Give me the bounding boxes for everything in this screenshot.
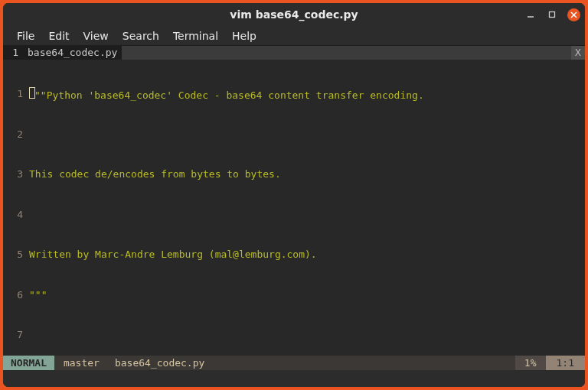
tab-close-button[interactable]: X xyxy=(571,46,585,60)
vim-tabline: 1 base64_codec.py X xyxy=(3,46,585,60)
statusline: NORMAL master base64_codec.py 1% 1:1 xyxy=(3,356,585,370)
maximize-icon xyxy=(548,11,556,18)
maximize-button[interactable] xyxy=(546,8,558,21)
status-mode: NORMAL xyxy=(3,356,54,370)
minimize-button[interactable] xyxy=(524,8,537,21)
status-spacer xyxy=(211,356,515,370)
menu-view[interactable]: View xyxy=(77,28,115,44)
tab-fill xyxy=(122,46,571,60)
menubar: File Edit View Search Terminal Help xyxy=(3,26,585,46)
menu-file[interactable]: File xyxy=(11,28,41,44)
editor-viewport[interactable]: 1""Python 'base64_codec' Codec - base64 … xyxy=(3,60,585,356)
menu-edit[interactable]: Edit xyxy=(42,28,75,44)
terminal-window: vim base64_codec.py File Edit View Searc… xyxy=(3,3,585,387)
menu-search[interactable]: Search xyxy=(116,28,165,44)
line-number: 1 xyxy=(3,87,29,101)
status-position: 1:1 xyxy=(546,356,585,370)
minimize-icon xyxy=(527,11,534,18)
window-title: vim base64_codec.py xyxy=(230,8,358,21)
code-text: """ xyxy=(29,288,47,302)
line-number: 4 xyxy=(3,208,29,222)
status-percent: 1% xyxy=(515,356,546,370)
code-text: Written by Marc-Andre Lemburg (mal@lembu… xyxy=(29,248,317,262)
close-icon xyxy=(570,11,577,18)
tab-label[interactable]: base64_codec.py xyxy=(23,46,122,60)
status-branch: master xyxy=(54,356,109,370)
line-number: 5 xyxy=(3,248,29,262)
tab-index: 1 xyxy=(3,46,23,60)
line-number: 2 xyxy=(3,128,29,141)
svg-rect-1 xyxy=(550,12,555,18)
window-controls xyxy=(524,3,580,26)
line-number: 7 xyxy=(3,328,29,342)
menu-terminal[interactable]: Terminal xyxy=(167,28,224,44)
status-filename: base64_codec.py xyxy=(109,356,211,370)
line-number: 3 xyxy=(3,167,29,181)
code-text: ""Python 'base64_codec' Codec - base64 c… xyxy=(34,89,424,101)
close-button[interactable] xyxy=(567,8,580,21)
menu-help[interactable]: Help xyxy=(226,28,263,44)
bottom-padding xyxy=(3,370,585,387)
titlebar: vim base64_codec.py xyxy=(3,3,585,26)
line-number: 6 xyxy=(3,288,29,302)
code-text: This codec de/encodes from bytes to byte… xyxy=(29,167,281,181)
